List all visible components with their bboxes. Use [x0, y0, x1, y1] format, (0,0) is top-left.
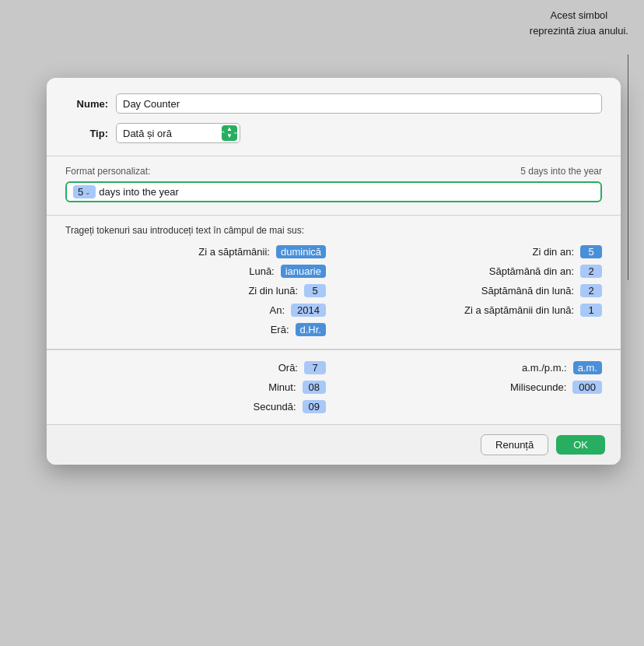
- dayofmonth-chip[interactable]: 5: [304, 284, 326, 297]
- era-label: Eră:: [271, 324, 289, 335]
- cancel-button[interactable]: Renunță: [481, 434, 548, 455]
- name-input[interactable]: [116, 93, 602, 114]
- token-row-month: Lună: ianuarie: [65, 265, 326, 278]
- chevron-down-icon: ⌄: [85, 188, 91, 196]
- type-select-wrapper: Dată și oră ▲ ▼: [116, 123, 240, 143]
- format-section: Format personalizat: 5 days into the yea…: [47, 156, 621, 216]
- ampm-label: a.m./p.m.:: [522, 362, 567, 374]
- weekofyear-label: Săptămână din an:: [489, 265, 574, 277]
- minute-label: Minut:: [268, 381, 296, 393]
- ok-button[interactable]: OK: [556, 435, 605, 455]
- dayofmonth-label: Zi din lună:: [248, 285, 298, 297]
- token-row-era: Eră: d.Hr.: [65, 323, 326, 336]
- tokens-section: Trageți tokenuri sau introduceți text în…: [47, 216, 621, 349]
- minute-chip[interactable]: 08: [303, 381, 326, 394]
- milliseconds-chip[interactable]: 000: [572, 381, 602, 394]
- time-left-col: Oră: 7 Minut: 08 Secundă: 09: [65, 361, 326, 413]
- weekofmonth-chip[interactable]: 2: [580, 284, 602, 297]
- tokens-grid: Zi a săptămânii: duminică Lună: ianuarie…: [65, 245, 602, 336]
- token-row-year: An: 2014: [65, 304, 326, 317]
- token-row-dayofyear: Zi din an: 5: [341, 245, 602, 258]
- hour-chip[interactable]: 7: [304, 361, 326, 374]
- token-row-ampm: a.m./p.m.: a.m.: [341, 361, 602, 374]
- format-header: Format personalizat: 5 days into the yea…: [65, 166, 602, 177]
- type-select[interactable]: Dată și oră: [116, 123, 240, 143]
- tokens-right-col: Zi din an: 5 Săptămână din an: 2 Săptămâ…: [341, 245, 602, 336]
- dialog-header: Nume: Tip: Dată și oră ▲ ▼: [47, 78, 621, 156]
- era-chip[interactable]: d.Hr.: [296, 323, 326, 336]
- hour-label: Oră:: [278, 362, 298, 374]
- month-chip[interactable]: ianuarie: [281, 265, 326, 278]
- dialog: Nume: Tip: Dată și oră ▲ ▼ Format person…: [47, 78, 621, 465]
- tokens-left-col: Zi a săptămânii: duminică Lună: ianuarie…: [65, 245, 326, 336]
- ampm-chip[interactable]: a.m.: [573, 361, 602, 374]
- time-grid: Oră: 7 Minut: 08 Secundă: 09 a.m./p.m.: [65, 361, 602, 413]
- tooltip: Acest simbol reprezintă ziua anului.: [530, 8, 628, 38]
- tokens-title: Trageți tokenuri sau introduceți text în…: [65, 225, 602, 236]
- token-row-milliseconds: Milisecunde: 000: [341, 381, 602, 394]
- second-label: Secundă:: [254, 401, 296, 413]
- time-right-col: a.m./p.m.: a.m. Milisecunde: 000: [341, 361, 602, 413]
- weekdayofmonth-chip[interactable]: 1: [580, 304, 602, 317]
- day-token-value: 5: [78, 186, 83, 198]
- token-row-weekdayofmonth: Zi a săptămânii din lună: 1: [341, 304, 602, 317]
- time-section: Oră: 7 Minut: 08 Secundă: 09 a.m./p.m.: [47, 350, 621, 425]
- token-row-second: Secundă: 09: [65, 400, 326, 413]
- name-label: Nume:: [65, 98, 108, 110]
- month-label: Lună:: [249, 265, 275, 277]
- token-row-weekofmonth: Săptămână din lună: 2: [341, 284, 602, 297]
- format-preview: 5 days into the year: [520, 166, 602, 177]
- name-row: Nume:: [65, 93, 602, 114]
- token-row-weekofyear: Săptămână din an: 2: [341, 265, 602, 278]
- token-row-dayofmonth: Zi din lună: 5: [65, 284, 326, 297]
- type-label: Tip:: [65, 128, 108, 139]
- weekdayofmonth-label: Zi a săptămânii din lună:: [464, 304, 574, 316]
- format-input-row[interactable]: 5 ⌄ days into the year: [65, 181, 602, 202]
- token-row-hour: Oră: 7: [65, 361, 326, 374]
- format-text: days into the year: [99, 186, 179, 198]
- type-row: Tip: Dată și oră ▲ ▼: [65, 123, 602, 143]
- milliseconds-label: Milisecunde:: [510, 381, 566, 393]
- weekday-chip[interactable]: duminică: [276, 245, 326, 258]
- weekofyear-chip[interactable]: 2: [580, 265, 602, 278]
- year-label: An:: [270, 304, 285, 316]
- dayofyear-chip[interactable]: 5: [580, 245, 602, 258]
- token-row-weekday: Zi a săptămânii: duminică: [65, 245, 326, 258]
- second-chip[interactable]: 09: [303, 400, 326, 413]
- token-row-minute: Minut: 08: [65, 381, 326, 394]
- weekday-label: Zi a săptămânii:: [198, 246, 270, 258]
- year-chip[interactable]: 2014: [291, 304, 326, 317]
- connector-line: [628, 54, 628, 280]
- dayofyear-label: Zi din an:: [533, 246, 574, 258]
- format-label: Format personalizat:: [65, 166, 150, 177]
- buttons-row: Renunță OK: [47, 425, 621, 465]
- weekofmonth-label: Săptămână din lună:: [481, 285, 574, 297]
- day-token-chip[interactable]: 5 ⌄: [73, 185, 96, 198]
